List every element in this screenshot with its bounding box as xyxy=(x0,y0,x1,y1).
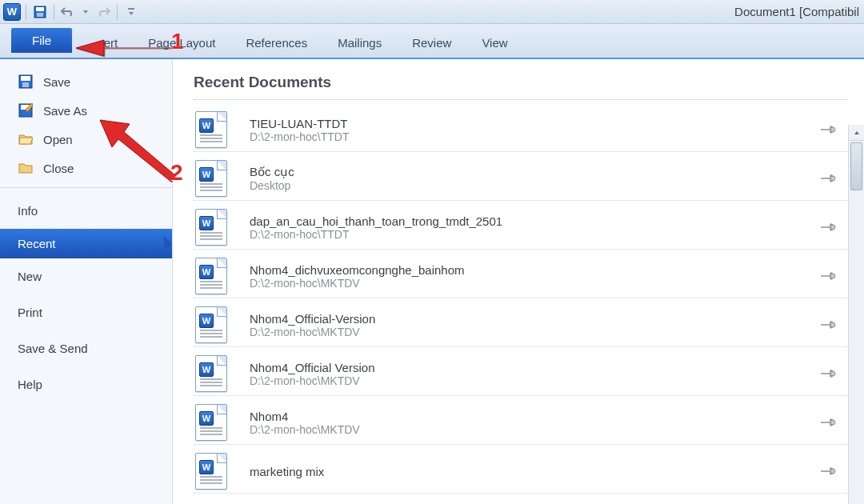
recent-panel: Recent Documents WTIEU-LUAN-TTDTD:\2-mon… xyxy=(173,59,864,504)
document-meta: Nhom4_Official VersionD:\2-mon-hoc\MKTDV xyxy=(250,361,819,387)
document-meta: dap_an_cau_hoi_thanh_toan_trong_tmdt_250… xyxy=(250,214,819,241)
pin-icon[interactable] xyxy=(819,319,837,330)
document-meta: marketing mix xyxy=(250,465,819,478)
qat-customize-icon[interactable] xyxy=(122,3,140,21)
recent-document-item[interactable]: WBốc cụcDesktop xyxy=(194,152,848,201)
recent-heading: Recent Documents xyxy=(194,74,848,100)
open-folder-icon xyxy=(18,131,34,147)
recent-document-item[interactable]: Wmarketing mix xyxy=(194,445,848,494)
sidebar-item-recent[interactable]: Recent xyxy=(0,229,172,258)
recent-document-item[interactable]: Wdap_an_cau_hoi_thanh_toan_trong_tmdt_25… xyxy=(194,201,848,250)
recent-document-item[interactable]: WNhom4_Official-VersionD:\2-mon-hoc\MKTD… xyxy=(194,298,848,347)
svg-rect-2 xyxy=(37,13,43,17)
tab-view[interactable]: View xyxy=(482,36,507,53)
word-document-icon: W xyxy=(195,355,227,392)
recent-document-item[interactable]: WTIEU-LUAN-TTDTD:\2-mon-hoc\TTDT xyxy=(194,103,848,152)
tab-review[interactable]: Review xyxy=(412,36,451,53)
recent-document-item[interactable]: WNhom4D:\2-mon-hoc\MKTDV xyxy=(194,396,848,445)
pin-icon[interactable] xyxy=(819,417,837,428)
document-path: D:\2-mon-hoc\TTDT xyxy=(250,228,819,241)
sidebar-item-save[interactable]: Save xyxy=(0,67,172,96)
tab-references[interactable]: References xyxy=(246,36,307,53)
separator xyxy=(0,187,172,188)
svg-point-12 xyxy=(830,274,835,278)
pin-icon[interactable] xyxy=(819,368,837,379)
document-meta: TIEU-LUAN-TTDTD:\2-mon-hoc\TTDT xyxy=(250,117,819,143)
recent-document-item[interactable]: WNhom4_dichvuxeomcongnghe_bainhomD:\2-mo… xyxy=(194,250,848,298)
word-document-icon: W xyxy=(195,111,227,148)
sidebar-item-label: Open xyxy=(43,133,73,146)
document-name: Nhom4 xyxy=(250,410,819,423)
svg-point-16 xyxy=(830,469,835,474)
separator xyxy=(54,4,54,20)
sidebar-item-label: Save As xyxy=(43,104,87,118)
save-as-icon xyxy=(18,102,34,118)
sidebar-item-save-send[interactable]: Save & Send xyxy=(0,330,172,366)
document-path: D:\2-mon-hoc\MKTDV xyxy=(250,277,819,290)
ribbon-tabs: File sert Page Layout References Mailing… xyxy=(0,24,864,59)
scroll-thumb[interactable] xyxy=(850,142,862,190)
document-name: Bốc cục xyxy=(250,165,819,179)
pin-icon[interactable] xyxy=(819,466,837,477)
document-title: Document1 [Compatibil xyxy=(734,5,864,18)
svg-point-11 xyxy=(830,225,835,230)
undo-button[interactable] xyxy=(59,3,77,21)
sidebar-item-open[interactable]: Open xyxy=(0,125,172,154)
undo-dropdown-icon[interactable] xyxy=(77,3,94,21)
document-meta: Bốc cụcDesktop xyxy=(250,165,819,192)
sidebar-item-label: Close xyxy=(43,162,74,175)
svg-point-15 xyxy=(830,420,835,425)
svg-point-9 xyxy=(830,127,835,132)
recent-document-item[interactable]: WNhom4_Official VersionD:\2-mon-hoc\MKTD… xyxy=(194,347,848,396)
document-name: Nhom4_Official-Version xyxy=(250,312,819,326)
document-name: TIEU-LUAN-TTDT xyxy=(250,117,819,130)
pin-icon[interactable] xyxy=(819,173,837,184)
scroll-up-icon[interactable] xyxy=(849,125,864,141)
sidebar-item-save-as[interactable]: Save As xyxy=(0,96,172,125)
document-path: D:\2-mon-hoc\MKTDV xyxy=(250,326,819,338)
backstage-view: Save Save As Open Close Info Recent New … xyxy=(0,59,864,504)
word-document-icon: W xyxy=(195,258,227,294)
save-qat-button[interactable] xyxy=(31,3,49,21)
document-name: Nhom4_dichvuxeomcongnghe_bainhom xyxy=(250,263,819,277)
title-bar: W Document1 [Compatibil xyxy=(0,0,864,24)
recent-documents-list: WTIEU-LUAN-TTDTD:\2-mon-hoc\TTDTWBốc cục… xyxy=(194,103,848,494)
separator xyxy=(117,4,118,20)
redo-button[interactable] xyxy=(94,3,112,21)
sidebar-item-close[interactable]: Close xyxy=(0,154,172,182)
document-name: marketing mix xyxy=(250,465,819,478)
word-document-icon: W xyxy=(195,306,227,343)
tab-mailings[interactable]: Mailings xyxy=(338,36,382,53)
document-meta: Nhom4_dichvuxeomcongnghe_bainhomD:\2-mon… xyxy=(250,263,819,290)
scrollbar[interactable] xyxy=(848,125,864,504)
word-document-icon: W xyxy=(195,453,227,490)
word-document-icon: W xyxy=(195,160,227,197)
svg-rect-6 xyxy=(22,82,29,87)
pin-icon[interactable] xyxy=(819,124,837,135)
document-name: Nhom4_Official Version xyxy=(250,361,819,374)
document-path: D:\2-mon-hoc\TTDT xyxy=(250,130,819,143)
word-app-icon: W xyxy=(3,3,21,21)
document-name: dap_an_cau_hoi_thanh_toan_trong_tmdt_250… xyxy=(250,214,819,228)
sidebar-item-help[interactable]: Help xyxy=(0,366,172,402)
sidebar-item-info[interactable]: Info xyxy=(0,193,172,229)
document-path: Desktop xyxy=(250,179,819,192)
document-path: D:\2-mon-hoc\MKTDV xyxy=(250,374,819,387)
pin-icon[interactable] xyxy=(819,222,837,233)
sidebar-item-label: Recent xyxy=(18,237,56,250)
svg-point-14 xyxy=(830,371,835,376)
svg-rect-5 xyxy=(21,76,30,81)
pin-icon[interactable] xyxy=(819,270,837,282)
document-meta: Nhom4D:\2-mon-hoc\MKTDV xyxy=(250,410,819,436)
tab-insert[interactable]: sert xyxy=(98,36,118,53)
sidebar-item-new[interactable]: New xyxy=(0,258,172,294)
file-tab[interactable]: File xyxy=(11,28,72,53)
document-meta: Nhom4_Official-VersionD:\2-mon-hoc\MKTDV xyxy=(250,312,819,338)
word-document-icon: W xyxy=(195,209,227,246)
tab-page-layout[interactable]: Page Layout xyxy=(148,36,215,53)
sidebar-item-label: Save xyxy=(43,75,70,89)
svg-point-10 xyxy=(830,176,835,181)
backstage-sidebar: Save Save As Open Close Info Recent New … xyxy=(0,59,173,504)
sidebar-item-print[interactable]: Print xyxy=(0,294,172,330)
close-folder-icon xyxy=(18,160,34,176)
